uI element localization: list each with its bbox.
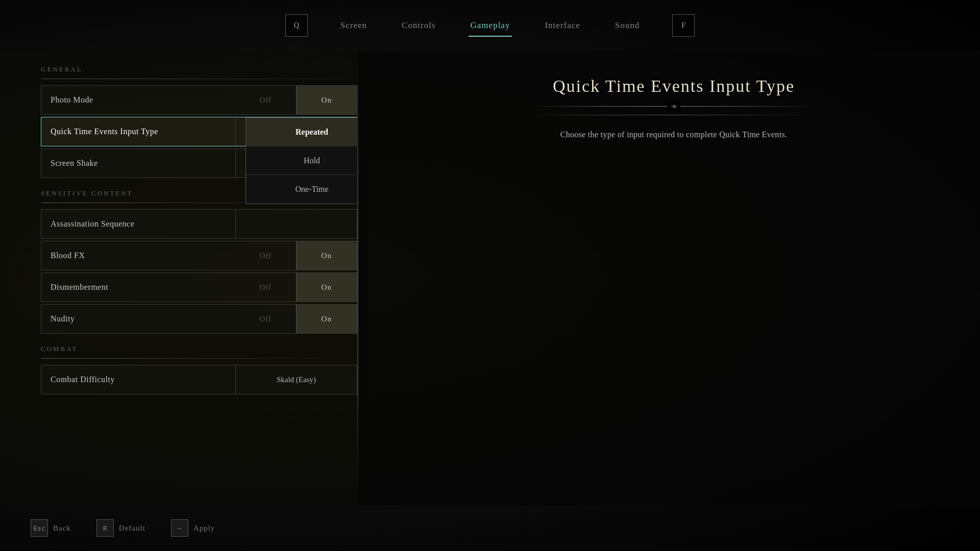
detail-panel: Quick Time Events Input Type Choose the …: [368, 56, 980, 500]
dismemberment-toggle[interactable]: Off On: [235, 273, 357, 302]
tab-sound[interactable]: Sound: [613, 16, 642, 35]
tab-interface[interactable]: Interface: [543, 16, 582, 35]
combat-difficulty-label: Combat Difficulty: [41, 375, 235, 384]
detail-divider-bottom: [531, 115, 817, 115]
blood-fx-label: Blood FX: [41, 251, 235, 260]
dropdown-option-hold[interactable]: Hold: [246, 146, 357, 175]
setting-blood-fx[interactable]: Blood FX Off On: [41, 241, 357, 270]
setting-nudity[interactable]: Nudity Off On: [41, 304, 357, 334]
setting-assassination[interactable]: Assassination Sequence: [41, 209, 357, 239]
divider-combat: [41, 358, 357, 359]
detail-description: Choose the type of input required to com…: [560, 128, 787, 141]
setting-combat-difficulty[interactable]: Combat Difficulty Skald (Easy): [41, 365, 357, 394]
blood-fx-value: Off On: [235, 241, 357, 270]
default-button[interactable]: R Default: [96, 519, 145, 537]
setting-photo-mode[interactable]: Photo Mode Off On: [41, 85, 357, 115]
tab-controls[interactable]: Controls: [400, 16, 438, 35]
dismemberment-value: Off On: [235, 273, 357, 302]
nudity-toggle[interactable]: Off On: [235, 305, 357, 333]
blood-fx-on[interactable]: On: [296, 241, 357, 270]
nav-icon-left[interactable]: Q: [285, 14, 308, 37]
back-label: Back: [53, 524, 71, 533]
qte-dropdown: Repeated Hold One-Time: [246, 117, 357, 204]
photo-mode-label: Photo Mode: [41, 95, 235, 105]
section-combat-label: COMBAT: [41, 345, 357, 353]
tab-screen[interactable]: Screen: [338, 16, 369, 35]
photo-mode-value: Off On: [235, 86, 357, 114]
back-key: Esc: [31, 519, 48, 537]
bottom-bar: Esc Back R Default — Apply: [0, 505, 980, 551]
top-navigation: Q Screen Controls Gameplay Interface Sou…: [0, 0, 980, 51]
tab-gameplay[interactable]: Gameplay: [469, 16, 512, 35]
dropdown-option-onetime[interactable]: One-Time: [246, 175, 357, 204]
blood-fx-toggle[interactable]: Off On: [235, 241, 357, 270]
assassination-label: Assassination Sequence: [41, 219, 235, 229]
nudity-value: Off On: [235, 305, 357, 333]
assassination-current[interactable]: [235, 210, 357, 238]
photo-mode-toggle[interactable]: Off On: [235, 86, 357, 114]
panel-separator: [357, 56, 358, 500]
nudity-off[interactable]: Off: [235, 305, 296, 333]
detail-divider-top: [531, 106, 817, 107]
nudity-on[interactable]: On: [296, 305, 357, 333]
combat-difficulty-current[interactable]: Skald (Easy): [235, 365, 357, 394]
default-key: R: [96, 519, 114, 537]
section-general-label: GENERAL: [41, 65, 357, 73]
qte-input-label: Quick Time Events Input Type: [41, 127, 235, 136]
photo-mode-off[interactable]: Off: [235, 86, 296, 114]
setting-dismemberment[interactable]: Dismemberment Off On: [41, 272, 357, 302]
dismemberment-label: Dismemberment: [41, 283, 235, 292]
default-label: Default: [119, 524, 145, 533]
settings-panel: GENERAL Photo Mode Off On Quick Time Eve…: [41, 56, 357, 500]
dismemberment-on[interactable]: On: [296, 273, 357, 302]
assassination-value: [235, 210, 357, 238]
back-button[interactable]: Esc Back: [31, 519, 71, 537]
apply-key: —: [171, 519, 188, 537]
nudity-label: Nudity: [41, 314, 235, 323]
nav-icon-right[interactable]: F: [672, 14, 695, 37]
photo-mode-on[interactable]: On: [296, 86, 357, 114]
setting-qte-input[interactable]: Quick Time Events Input Type Repeated Re…: [41, 117, 357, 146]
divider-general: [41, 79, 357, 79]
apply-button[interactable]: — Apply: [171, 519, 215, 537]
combat-difficulty-value: Skald (Easy): [235, 365, 357, 394]
detail-title: Quick Time Events Input Type: [553, 77, 795, 96]
dropdown-option-repeated[interactable]: Repeated: [246, 118, 357, 146]
screen-shake-label: Screen Shake: [41, 159, 235, 168]
apply-label: Apply: [193, 524, 215, 533]
blood-fx-off[interactable]: Off: [235, 241, 296, 270]
dismemberment-off[interactable]: Off: [235, 273, 296, 302]
